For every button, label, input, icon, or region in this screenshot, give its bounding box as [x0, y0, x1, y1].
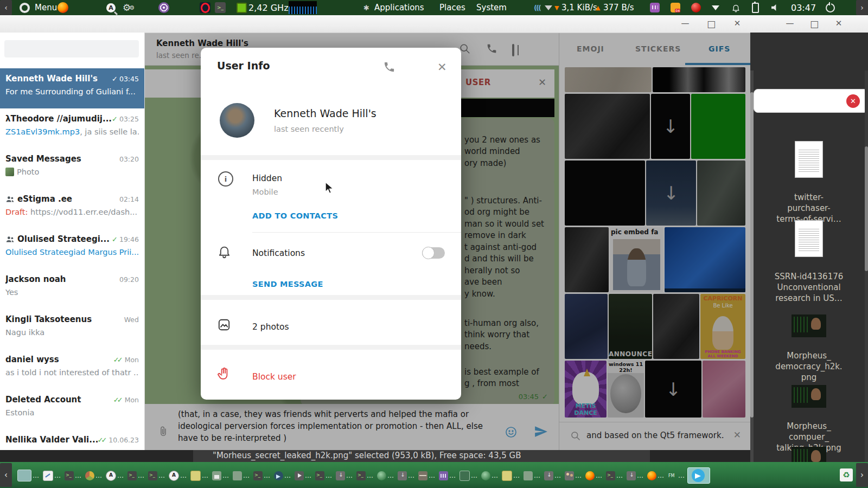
taskbar-window-button[interactable]: … [458, 470, 478, 481]
taskbar-window-button[interactable]: … [355, 471, 374, 481]
text-editor-icon [43, 471, 53, 481]
taskbar-window-button[interactable]: … [584, 471, 603, 481]
chat-list-item[interactable]: Jackson noah 09:20 Yes [0, 269, 144, 309]
minimize-button[interactable]: — [782, 18, 798, 28]
taskbar-window-button[interactable]: … [438, 471, 457, 481]
panel-collapse-left[interactable]: ‹ [0, 0, 12, 15]
cpu-applet-icon[interactable] [237, 0, 247, 15]
desktop-file[interactable]: SSRN-id4136176 Unconventional research i… [755, 209, 863, 304]
photos-count-button[interactable]: 2 photos [252, 322, 289, 332]
taskbar-window-button[interactable]: … [605, 471, 624, 481]
mate-menu-icon[interactable] [20, 0, 30, 15]
taskbar-window-button[interactable]: … [417, 471, 436, 481]
power-icon[interactable] [826, 0, 835, 15]
tray-folder-icon[interactable] [671, 0, 680, 15]
taskbar-window-button[interactable]: … [626, 471, 644, 481]
close-button[interactable]: ✕ [831, 18, 847, 28]
taskbar-window-button[interactable]: … [105, 470, 125, 481]
scrollbar[interactable] [750, 70, 754, 462]
add-to-contacts-button[interactable]: ADD TO CONTACTS [252, 211, 338, 220]
chat-list-item[interactable]: Nellika Valder Vali... ✓✓ 10.06.23 [0, 429, 144, 450]
send-message-button[interactable]: SEND MESSAGE [252, 280, 323, 288]
taskbar-window-button[interactable]: … [232, 471, 251, 481]
chat-list-item[interactable]: λTheodore //ajumudij... ✓ 03:25 ZS1aEvl3… [0, 108, 144, 149]
tray-audio-icon[interactable] [650, 0, 660, 15]
taskbar-window-button[interactable] [687, 467, 710, 484]
info-icon: i [218, 171, 233, 187]
tor-browser-icon[interactable] [158, 0, 169, 15]
taskbar-window-button[interactable]: … [397, 471, 416, 481]
panel-collapse-right[interactable]: › [856, 0, 868, 15]
taskbar-window-button[interactable]: … [480, 471, 499, 481]
taskbar-window-button[interactable]: … [168, 470, 188, 481]
tray-wifi-icon[interactable] [712, 0, 719, 15]
taskbar-window-button[interactable]: … [147, 471, 166, 481]
chat-list-item[interactable]: Kenneth Wade Hill's ✓ 03:45 For me Surro… [0, 68, 144, 108]
taskbar-window-button[interactable]: … [564, 471, 583, 481]
battery-icon[interactable] [752, 0, 759, 15]
dismiss-notification-icon[interactable]: ✕ [846, 94, 860, 108]
chat-list-item[interactable]: daniel wyss ✓✓ Mon as i told i not inter… [0, 349, 144, 389]
taskbar-window-button[interactable]: … [273, 471, 292, 481]
taskbar-window-button[interactable]: … [501, 470, 521, 481]
taskbar-window-button[interactable]: … [335, 471, 354, 481]
search-tool-icon[interactable]: A [106, 0, 116, 15]
chat-list-item[interactable]: Deleted Account ✓✓ Mon Estonia [0, 389, 144, 429]
taskbar-window-button[interactable]: … [314, 471, 333, 481]
taskbar-window-button[interactable]: … [42, 470, 62, 481]
minimize-button[interactable]: — [677, 18, 693, 28]
download-icon [398, 471, 407, 480]
taskbar-window-button[interactable]: … [63, 471, 82, 481]
taskbar-window-button[interactable]: … [376, 471, 395, 481]
taskbar-window-button[interactable]: … [189, 470, 209, 481]
volume-icon[interactable] [771, 0, 778, 15]
settings-gears-icon[interactable]: ⚙⚙ [123, 0, 135, 15]
taskbar-window-button[interactable]: … [543, 471, 562, 481]
clock[interactable]: 03:47 [791, 0, 816, 15]
maximize-button[interactable]: □ [806, 18, 822, 29]
places-menu[interactable]: Places [439, 0, 465, 15]
scrollbar[interactable] [865, 70, 868, 462]
tray-record-icon[interactable] [691, 0, 701, 15]
desktop-file[interactable]: Morpheus_ democracy_h2k. png [755, 304, 863, 383]
taskbar-scroll-left[interactable]: ‹ [0, 463, 12, 487]
taskbar-window-button[interactable]: … [211, 471, 230, 481]
taskbar-window-button[interactable]: … [126, 471, 145, 481]
avatar[interactable] [220, 103, 254, 138]
taskbar-window-button[interactable]: … [646, 471, 665, 481]
chat-list-item[interactable]: Olulised Strateegi... ✓ 19:46 Olulised S… [0, 229, 144, 269]
firefox-launcher-icon[interactable] [58, 0, 68, 15]
window-title-ellipsis: … [449, 472, 456, 479]
menu-button[interactable]: Menu [35, 0, 57, 15]
cpu-frequency[interactable]: 2,42 GHz [248, 0, 289, 15]
chat-list-item[interactable]: Kingli Taksoteenus Wed Nagu ikka [0, 309, 144, 349]
terminal-launcher-icon[interactable] [215, 0, 226, 15]
call-icon[interactable] [383, 61, 395, 75]
maximize-button[interactable]: □ [703, 18, 719, 29]
taskbar-window-button[interactable]: … [522, 471, 541, 481]
notifications-toggle[interactable] [422, 247, 445, 259]
chat-list-item[interactable]: Saved Messages 03:20 Photo [0, 149, 144, 189]
applications-menu[interactable]: Applications [374, 0, 424, 15]
file-thumbnail [792, 385, 826, 408]
block-user-button[interactable]: Block user [252, 372, 296, 382]
sidebar-search-input[interactable] [4, 40, 139, 57]
taskbar-scroll-right[interactable]: › [856, 463, 868, 487]
taskbar-window-button[interactable]: … [293, 471, 312, 481]
notifications-bell-icon[interactable] [731, 0, 741, 15]
taskbar-window-button[interactable]: … [16, 469, 40, 482]
close-dialog-icon[interactable]: ✕ [437, 61, 447, 74]
window-title-ellipsis: … [596, 472, 602, 479]
chat-list-item[interactable]: eStigma .ee 02:14 Draft: https://vod11.e… [0, 189, 144, 229]
draft-label: Draft: [5, 208, 30, 216]
taskbar-window-button[interactable]: … [252, 471, 271, 481]
taskbar-window-button[interactable]: … [667, 471, 686, 481]
chat-list: Kenneth Wade Hill's ✓ 03:45 For me Surro… [0, 68, 144, 450]
taskbar-window-button[interactable]: … [84, 471, 103, 481]
workspace-trash-icon[interactable]: ♻ [840, 468, 853, 481]
chat-preview: , ja siis selle la... [80, 127, 139, 136]
system-menu[interactable]: System [476, 0, 507, 15]
opera-icon[interactable] [200, 0, 210, 15]
desktop-file[interactable]: Mortheus_ trump_ supporting_h… [755, 436, 863, 462]
close-button[interactable]: ✕ [729, 18, 745, 28]
